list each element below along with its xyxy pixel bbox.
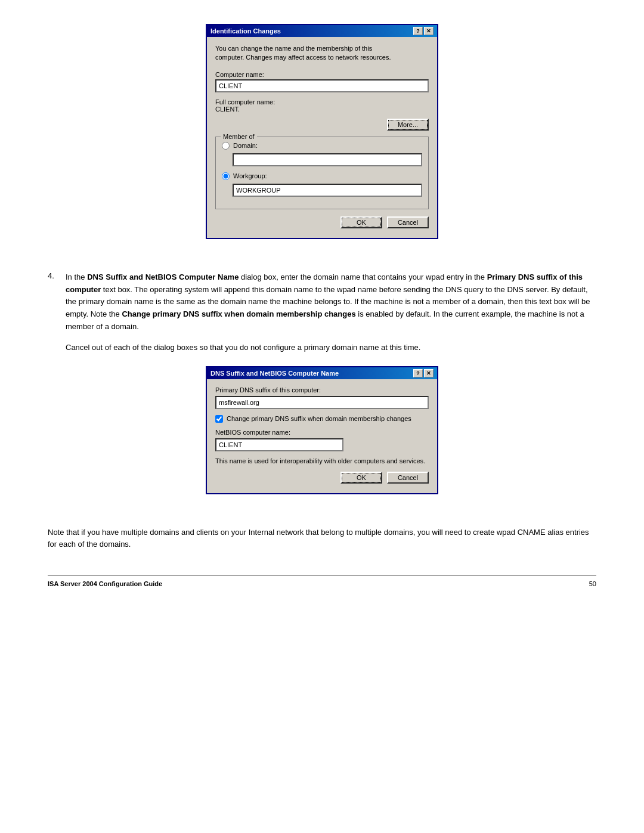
footer-note: Note that if you have multiple domains a… (48, 527, 596, 552)
titlebar-buttons: ? ✕ (413, 27, 434, 35)
dns-dialog: DNS Suffix and NetBIOS Computer Name ? ✕… (206, 366, 438, 494)
identification-dialog-body: You can change the name and the membersh… (207, 37, 437, 238)
full-computer-name-label: Full computer name: (215, 98, 429, 106)
dialog-description: You can change the name and the membersh… (215, 44, 429, 63)
close-button[interactable]: ✕ (424, 27, 434, 35)
workgroup-input[interactable] (233, 184, 422, 197)
footer-left: ISA Server 2004 Configuration Guide (48, 580, 162, 587)
domain-radio-row: Domain: (222, 142, 422, 150)
primary-dns-input[interactable] (215, 396, 429, 409)
primary-dns-label: Primary DNS suffix of this computer: (215, 386, 429, 394)
full-computer-name-section: Full computer name: CLIENT. (215, 98, 429, 113)
dns-change-checkbox[interactable] (215, 415, 223, 423)
identification-dialog-buttons: OK Cancel (215, 216, 429, 231)
more-button-row: More... (215, 119, 429, 131)
dns-close-button[interactable]: ✕ (424, 369, 434, 377)
member-of-group: Member of Domain: Workgroup: (215, 137, 429, 209)
dns-dialog-body: Primary DNS suffix of this computer: Cha… (207, 379, 437, 493)
ok-button[interactable]: OK (340, 216, 382, 228)
computer-name-input[interactable] (215, 79, 429, 92)
identification-dialog-wrapper: Identification Changes ? ✕ You can chang… (48, 24, 596, 257)
identification-dialog: Identification Changes ? ✕ You can chang… (206, 24, 438, 239)
member-of-legend: Member of (221, 133, 257, 140)
page-footer: ISA Server 2004 Configuration Guide 50 (48, 575, 596, 587)
cancel-note: Cancel out of each of the dialog boxes s… (66, 342, 596, 354)
full-computer-name-value: CLIENT. (215, 106, 429, 113)
dns-change-checkbox-label: Change primary DNS suffix when domain me… (227, 415, 411, 422)
workgroup-radio-row: Workgroup: (222, 172, 422, 180)
workgroup-radio[interactable] (222, 172, 230, 180)
identification-dialog-title: Identification Changes (210, 27, 281, 35)
domain-label: Domain: (233, 142, 258, 149)
dns-change-checkbox-row: Change primary DNS suffix when domain me… (215, 415, 429, 423)
dns-note-text: This name is used for interoperability w… (215, 457, 429, 465)
workgroup-label: Workgroup: (233, 172, 267, 179)
dns-help-button[interactable]: ? (413, 369, 423, 377)
item-number: 4. (48, 271, 60, 333)
item-content: In the DNS Suffix and NetBIOS Computer N… (66, 271, 596, 333)
numbered-item-4: 4. In the DNS Suffix and NetBIOS Compute… (48, 271, 596, 333)
page-container: Identification Changes ? ✕ You can chang… (0, 0, 644, 623)
dns-dialog-titlebar: DNS Suffix and NetBIOS Computer Name ? ✕ (207, 367, 437, 379)
dns-dialog-wrapper: DNS Suffix and NetBIOS Computer Name ? ✕… (48, 366, 596, 512)
dns-cancel-button[interactable]: Cancel (387, 472, 429, 484)
domain-radio[interactable] (222, 142, 230, 150)
netbios-label: NetBIOS computer name: (215, 429, 429, 436)
footer-right: 50 (589, 580, 596, 587)
dns-dialog-buttons: OK Cancel (215, 472, 429, 486)
dns-titlebar-buttons: ? ✕ (413, 369, 434, 377)
cancel-button[interactable]: Cancel (387, 216, 429, 228)
netbios-input[interactable] (215, 438, 343, 451)
dns-dialog-title: DNS Suffix and NetBIOS Computer Name (210, 370, 339, 377)
computer-name-label: Computer name: (215, 71, 429, 78)
dns-ok-button[interactable]: OK (340, 472, 382, 484)
help-button[interactable]: ? (413, 27, 423, 35)
more-button[interactable]: More... (387, 119, 429, 131)
domain-input[interactable] (233, 153, 422, 166)
identification-dialog-titlebar: Identification Changes ? ✕ (207, 25, 437, 37)
